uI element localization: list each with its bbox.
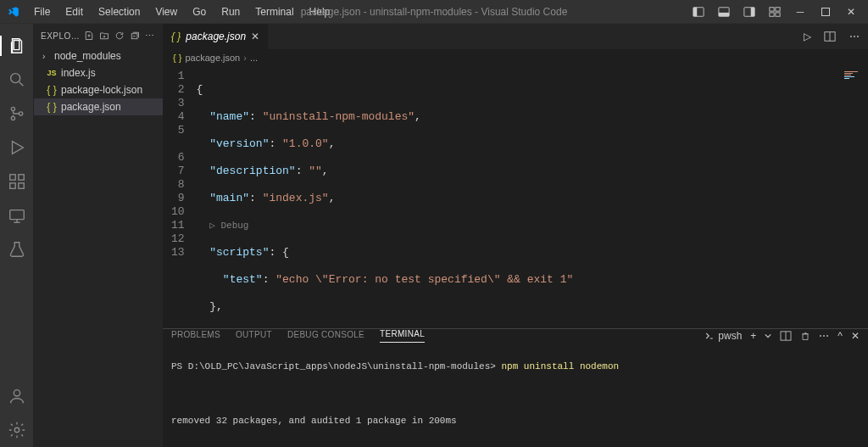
maximize-panel-icon[interactable]: ^ [837,330,843,342]
minimap[interactable] [844,71,861,81]
svg-rect-5 [751,7,754,16]
tree-folder-node-modules[interactable]: › node_modules [34,47,163,64]
svg-point-11 [10,74,19,83]
close-icon[interactable]: ✕ [841,3,861,21]
search-icon[interactable] [0,63,34,97]
file-tree: › node_modules JS index.js { } package-l… [34,47,163,447]
json-file-icon: { } [46,101,58,113]
more-actions-icon[interactable]: ⋯ [848,31,861,42]
explorer-header: EXPLORER: U... ⋯ [34,24,163,47]
breadcrumb[interactable]: { } package.json › ... [163,49,868,66]
explorer-sidebar: EXPLORER: U... ⋯ › node_modules JS index… [34,24,163,447]
explorer-icon[interactable] [0,29,34,63]
extensions-icon[interactable] [0,165,34,198]
layout-secondary-side-icon[interactable] [739,3,760,21]
svg-point-23 [14,390,19,396]
svg-rect-18 [18,183,23,188]
svg-rect-7 [776,7,780,10]
minimize-icon[interactable]: ─ [790,3,810,21]
code-editor[interactable]: 1 2 3 4 5 6 7 8 9 10 11 12 13 { "name": … [163,66,868,328]
panel-tab-debug-console[interactable]: DEBUG CONSOLE [287,330,364,343]
window-title: package.json - uninstall-npm-modules - V… [301,6,568,18]
activity-bar [0,24,34,447]
svg-rect-10 [822,8,830,15]
close-panel-icon[interactable]: ✕ [851,330,860,342]
maximize-icon[interactable] [815,3,836,21]
terminal[interactable]: PS D:\OLD_PC\JavaScript_apps\nodeJS\unin… [163,343,868,447]
collapse-all-icon[interactable] [129,30,141,42]
new-folder-icon[interactable] [98,30,110,42]
tab-bar: { } package.json ✕ ▷ ⋯ [163,24,868,49]
tree-label: node_modules [54,50,121,62]
panel-tab-terminal[interactable]: TERMINAL [380,329,425,343]
terminal-shell-select[interactable]: pwsh [704,330,742,342]
titlebar: File Edit Selection View Go Run Terminal… [0,0,868,24]
editor-group: { } package.json ✕ ▷ ⋯ { } package.json … [163,24,868,447]
tree-label: package-lock.json [61,84,142,96]
kill-terminal-icon[interactable] [800,331,810,341]
new-file-icon[interactable] [83,30,95,42]
remote-explorer-icon[interactable] [0,198,34,232]
menu-run[interactable]: Run [214,3,247,21]
debug-codelens[interactable]: ▷ Debug [209,221,248,231]
accounts-icon[interactable] [0,379,34,413]
menu-file[interactable]: File [27,3,57,21]
svg-point-14 [11,116,14,120]
source-control-icon[interactable] [0,97,34,131]
settings-gear-icon[interactable] [0,413,34,447]
json-file-icon: { } [171,31,181,42]
panel-tab-output[interactable]: OUTPUT [236,330,272,343]
breadcrumb-more: ... [250,53,258,63]
js-file-icon: JS [46,69,58,77]
tree-file-package-lock[interactable]: { } package-lock.json [34,81,163,98]
menu-view[interactable]: View [148,3,184,21]
svg-rect-19 [18,175,23,180]
layout-primary-side-icon[interactable] [688,3,709,21]
tab-package-json[interactable]: { } package.json ✕ [163,24,269,49]
menu-selection[interactable]: Selection [92,3,147,21]
tree-file-index-js[interactable]: JS index.js [34,64,163,81]
layout-panel-icon[interactable] [714,3,734,21]
code-content[interactable]: { "name": "uninstall-npm-modules", "vers… [197,66,574,328]
tab-label: package.json [186,31,246,42]
close-tab-icon[interactable]: ✕ [251,31,259,42]
panel-tabs: PROBLEMS OUTPUT DEBUG CONSOLE TERMINAL p… [163,329,868,343]
menu-bar: File Edit Selection View Go Run Terminal… [27,3,337,21]
svg-point-15 [19,112,22,115]
svg-point-13 [11,107,14,110]
testing-icon[interactable] [0,232,34,266]
svg-line-12 [19,82,23,87]
split-editor-icon[interactable] [824,31,837,42]
new-terminal-icon[interactable]: + [750,330,756,342]
menu-terminal[interactable]: Terminal [248,3,300,21]
svg-rect-20 [9,210,24,220]
run-icon[interactable]: ▷ [800,31,814,42]
vscode-logo-icon [7,5,20,19]
tree-label: index.js [61,67,96,79]
breadcrumb-file: package.json [185,53,240,63]
svg-point-24 [14,427,19,433]
terminal-dropdown-icon[interactable] [765,332,771,339]
chevron-right-icon: › [243,53,247,63]
panel-tab-problems[interactable]: PROBLEMS [171,330,220,343]
menu-go[interactable]: Go [186,3,213,21]
svg-rect-3 [719,12,729,15]
refresh-icon[interactable] [114,30,125,42]
tree-file-package-json[interactable]: { } package.json [34,98,163,115]
svg-rect-8 [770,12,774,15]
run-debug-icon[interactable] [0,131,34,165]
bottom-panel: PROBLEMS OUTPUT DEBUG CONSOLE TERMINAL p… [163,328,868,447]
menu-edit[interactable]: Edit [58,3,90,21]
json-file-icon: { } [46,84,58,96]
svg-rect-16 [9,175,14,180]
customize-layout-icon[interactable] [765,3,785,21]
explorer-title: EXPLORER: U... [41,31,83,41]
svg-rect-17 [9,183,14,188]
split-terminal-icon[interactable] [780,331,792,341]
more-icon[interactable]: ⋯ [144,30,156,42]
line-numbers: 1 2 3 4 5 6 7 8 9 10 11 12 13 [163,66,197,328]
chevron-right-icon: › [42,52,51,61]
panel-more-icon[interactable]: ⋯ [819,330,829,342]
json-file-icon: { } [173,53,181,63]
svg-rect-6 [770,7,774,10]
